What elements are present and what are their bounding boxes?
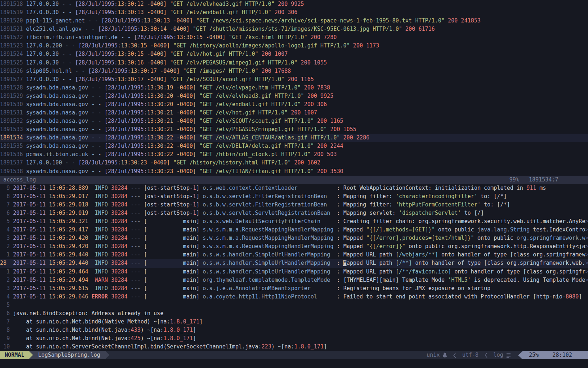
- log-line[interactable]: 22017-05-11 15:05:29.494 WARN 30284 --- …: [0, 276, 588, 284]
- text-segment: [28/Jul/1995:: [75, 1, 117, 7]
- log-line[interactable]: 1891538sysadm.bda.nasa.gov - - [28/Jul/1…: [0, 167, 588, 176]
- line-text: pcmas.it.bton.ac.uk - - [28/Jul/1995:13:…: [26, 150, 588, 159]
- text-segment: org.thymeleaf.templatemode.TemplateMode: [203, 277, 330, 283]
- line-number: 1891527: [0, 75, 26, 84]
- window-access-log[interactable]: 1891518127.0.0.30 - - [28/Jul/1995:13:30…: [0, 0, 588, 176]
- text-segment: sysadm.bda.nasa.gov - -: [26, 168, 105, 175]
- log-line[interactable]: 1891521elc251.el.anl.gov - - [28/Jul/199…: [0, 25, 588, 33]
- command-line[interactable]: [0, 359, 588, 368]
- text-segment: 200 9925: [304, 93, 333, 99]
- text-segment: [ost-startStop-: [144, 201, 193, 208]
- log-line[interactable]: 72017-05-11 15:05:29.018 INFO 30284 --- …: [0, 201, 588, 209]
- log-line[interactable]: 82017-05-11 15:05:29.017 INFO 30284 --- …: [0, 192, 588, 201]
- log-line[interactable]: 7 at sun.nio.ch.Net.bind0(Native Method)…: [0, 318, 588, 326]
- text-segment: "GET /elv/PEGASUS/minpeg1.gif HTTP/1.0": [200, 126, 327, 133]
- log-line[interactable]: 1891531sysadm.bda.nasa.gov - - [28/Jul/1…: [0, 109, 588, 117]
- log-line[interactable]: 1891532sysadm.bda.nasa.gov - - [28/Jul/1…: [0, 117, 588, 125]
- text-segment: sysadm.bda.nasa.gov - -: [26, 109, 105, 116]
- text-segment: "{[/],methods=[GET]}": [366, 226, 435, 233]
- text-segment: 15:05:28.889: [49, 185, 88, 191]
- text-segment: o.s.b.w.servlet.ServletRegistrationBean: [203, 210, 330, 216]
- log-line[interactable]: 282017-05-11 15:05:29.440 INFO 30284 ---…: [0, 259, 588, 267]
- text-segment: 200 2286: [340, 134, 369, 141]
- text-segment: 30284: [108, 243, 127, 250]
- text-segment: 'characterEncodingFilter': [396, 193, 478, 200]
- log-line[interactable]: 42017-05-11 15:05:29.417 INFO 30284 --- …: [0, 226, 588, 234]
- text-segment: 127.0.0.200 - -: [26, 42, 79, 49]
- filetype-log-icon: [506, 353, 511, 358]
- text-segment: WARN: [88, 277, 108, 283]
- text-segment: "GET /elv/SCOUT/scout.gif HTTP/1.0": [170, 76, 284, 83]
- text-segment: ---: [127, 185, 144, 191]
- text-segment: 200 1055: [327, 126, 356, 133]
- text-segment: ---: [127, 201, 144, 208]
- line-text: 2017-05-11 15:05:29.420 INFO 30284 --- […: [13, 242, 588, 251]
- scroll-percent: 99%: [509, 176, 519, 184]
- text-segment: 200 1165: [284, 76, 314, 83]
- text-segment: [28/Jul/1995:: [105, 84, 147, 91]
- text-segment: [/webjars/**]: [396, 251, 438, 258]
- log-line[interactable]: 52017-05-11 15:05:29.321 INFO 30284 --- …: [0, 217, 588, 226]
- log-line[interactable]: 1891535sysadm.bda.nasa.gov - - [28/Jul/1…: [0, 142, 588, 150]
- log-line[interactable]: 42017-05-11 15:05:29.646 ERROR 30284 ---…: [0, 293, 588, 301]
- text-segment: o.s.w.s.handler.SimpleUrlHandlerMapping: [203, 260, 330, 266]
- log-line[interactable]: 1891536pcmas.it.bton.ac.uk - - [28/Jul/1…: [0, 150, 588, 159]
- log-line[interactable]: 1891520ppp1-115.ganet.net - - [28/Jul/19…: [0, 17, 588, 25]
- line-number: 7: [0, 318, 13, 326]
- log-line[interactable]: 8 at sun.nio.ch.Net.bind(Net.java:433) ~…: [0, 326, 588, 334]
- log-line[interactable]: 1891529sysadm.bda.nasa.gov - - [28/Jul/1…: [0, 92, 588, 100]
- text-segment: apped URL path: [346, 260, 395, 266]
- text-segment: 13:30:15 -0400]: [121, 42, 173, 49]
- log-line[interactable]: 1891528sysadm.bda.nasa.gov - - [28/Jul/1…: [0, 84, 588, 92]
- text-segment: 30284: [108, 226, 127, 233]
- text-segment: ]: [196, 201, 203, 208]
- log-line[interactable]: 32017-05-11 15:05:29.615 INFO 30284 --- …: [0, 284, 588, 293]
- log-line[interactable]: 12017-05-11 15:05:29.440 INFO 30284 --- …: [0, 251, 588, 259]
- log-line[interactable]: 9 at sun.nio.ch.Net.bind(Net.java:425) ~…: [0, 334, 588, 343]
- text-segment: 200 1165: [314, 118, 343, 124]
- log-line[interactable]: 62017-05-11 15:05:29.019 INFO 30284 --- …: [0, 209, 588, 217]
- log-line[interactable]: 1891527127.0.0.30 - - [28/Jul/1995:13:30…: [0, 75, 588, 84]
- log-line[interactable]: 1891523127.0.0.200 - - [28/Jul/1995:13:3…: [0, 42, 588, 50]
- line-number: 1891533: [0, 125, 26, 134]
- log-line[interactable]: 1891537127.0.0.100 - - [28/Jul/1995:13:3…: [0, 159, 588, 167]
- log-line[interactable]: 1891518127.0.0.30 - - [28/Jul/1995:13:30…: [0, 0, 588, 8]
- text-segment: Registering beans for JMX exposure on st…: [343, 285, 490, 292]
- log-line[interactable]: 1891519127.0.0.30 - - [28/Jul/1995:13:30…: [0, 8, 588, 17]
- log-line[interactable]: 1891526slip005.hol.nl - - [28/Jul/1995:1…: [0, 67, 588, 75]
- position-segment: 25% 28:102: [522, 351, 588, 359]
- log-line[interactable]: 1891522ifbcrim.ifb.uni-stuttgart.de - - …: [0, 33, 588, 42]
- text-segment: Root WebApplicationContext: initializati…: [343, 185, 526, 191]
- line-text: 127.0.0.200 - - [28/Jul/1995:13:30:15 -0…: [26, 42, 588, 50]
- log-line[interactable]: 5: [0, 301, 588, 309]
- log-line[interactable]: 1891533sysadm.bda.nasa.gov - - [28/Jul/1…: [0, 125, 588, 134]
- log-line[interactable]: 1891525127.0.0.30 - - [28/Jul/1995:13:30…: [0, 59, 588, 67]
- window-spring-log[interactable]: 92017-05-11 15:05:28.889 INFO 30284 --- …: [0, 184, 588, 351]
- log-line[interactable]: 1891530sysadm.bda.nasa.gov - - [28/Jul/1…: [0, 100, 588, 109]
- line-number: 10: [0, 343, 13, 351]
- line-number: 28: [0, 259, 13, 267]
- log-line[interactable]: 32017-05-11 15:05:29.420 INFO 30284 --- …: [0, 234, 588, 242]
- log-line[interactable]: 22017-05-11 15:05:29.420 INFO 30284 --- …: [0, 242, 588, 251]
- text-segment: 15:05:29.019: [49, 210, 88, 216]
- text-segment: :: [333, 226, 343, 233]
- text-segment: 13:30:20 -0400]: [147, 93, 200, 99]
- text-segment: [28/Jul/1995:: [79, 159, 121, 166]
- text-segment: ---: [127, 293, 144, 300]
- text-segment: 13:30:23 -0400]: [121, 159, 173, 166]
- log-line[interactable]: 10 at sun.nio.ch.ServerSocketChannelImpl…: [0, 343, 588, 351]
- text-segment: 200 1173: [350, 42, 379, 49]
- text-segment: ---: [127, 243, 144, 250]
- text-segment: 127.0.0.100 - -: [26, 159, 79, 166]
- log-line[interactable]: 1891524127.0.0.30 - - [28/Jul/1995:13:30…: [0, 50, 588, 58]
- text-segment: 2017-05-11: [13, 193, 49, 200]
- text-segment: [28/Jul/1995:: [105, 118, 147, 124]
- line-number: 1891528: [0, 84, 26, 92]
- log-line[interactable]: 92017-05-11 15:05:28.889 INFO 30284 --- …: [0, 184, 588, 192]
- log-line[interactable]: 1891534sysadm.bda.nasa.gov - - [28/Jul/1…: [0, 134, 588, 142]
- log-line[interactable]: 12017-05-11 15:05:29.464 INFO 30284 --- …: [0, 268, 588, 276]
- text-segment: Mapped: [343, 243, 366, 250]
- text-segment: 200 1007: [258, 51, 287, 57]
- text-segment: java.net.BindException: Address already …: [13, 310, 163, 317]
- log-line[interactable]: 6java.net.BindException: Address already…: [0, 309, 588, 318]
